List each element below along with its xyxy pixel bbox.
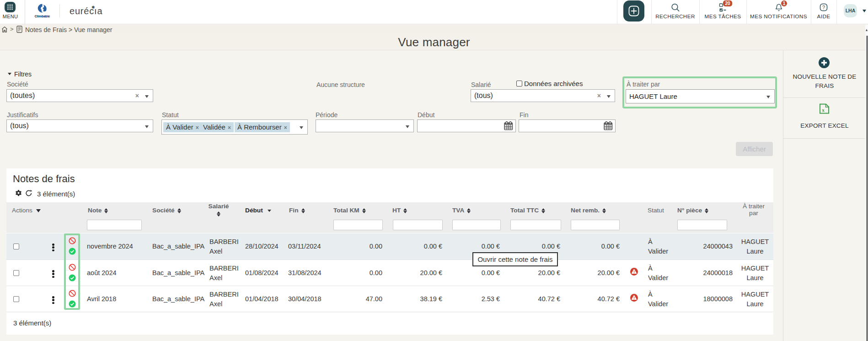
svg-text:x: x xyxy=(822,107,825,113)
svg-text:?: ? xyxy=(822,5,825,10)
